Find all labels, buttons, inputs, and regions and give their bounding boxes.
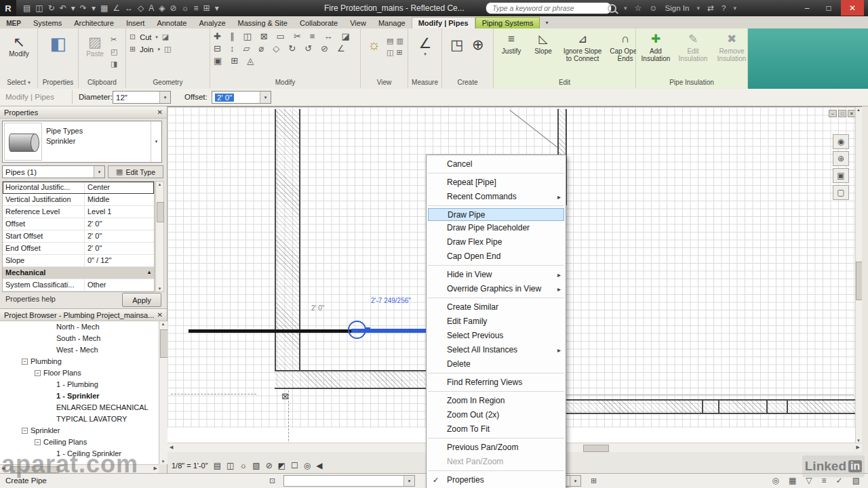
panel-label-select[interactable]: Select ▾ [0, 77, 37, 87]
ribbon-tab[interactable]: Modify | Pipes [412, 17, 475, 28]
favorites-star-icon[interactable]: ☆ [635, 3, 642, 13]
exchange-apps-icon[interactable]: ⇄ [707, 3, 714, 13]
scroll-up-icon[interactable]: ▲ [156, 182, 163, 186]
render-icon[interactable]: ◫ [387, 48, 393, 57]
split-face-icon[interactable]: ⊞ [130, 45, 136, 54]
add-insulation-button[interactable]: ✚ Add Insulation [640, 31, 671, 62]
print-icon[interactable]: ▦ [100, 0, 108, 16]
paste-button[interactable]: ▨ Paste [83, 34, 107, 58]
pan-left-icon[interactable]: ◀ [316, 461, 322, 470]
offset-caret-icon[interactable]: ▾ [260, 92, 271, 103]
context-menu-item[interactable]: ✓ Draw Flex Pipe ▸ [427, 235, 566, 249]
ribbon-tab[interactable]: Massing & Site [232, 18, 294, 28]
context-menu-item[interactable]: ✓ Next Pan/Zoom ▸ [427, 455, 566, 469]
cut-geometry-button[interactable]: Cut [140, 33, 151, 41]
tree-item[interactable]: − Ceiling Plans [0, 436, 159, 448]
property-row[interactable]: System Classificati... Other ▴ [3, 279, 154, 291]
browser-vertical-scrollbar[interactable]: ▲ ▼ [159, 321, 167, 464]
worksets-icon[interactable]: ◎ [772, 476, 779, 485]
create-duct-icon[interactable]: ◳ [450, 37, 464, 53]
context-menu-item[interactable]: ✓ Draw Pipe Placeholder ▸ [427, 221, 566, 235]
redo-icon[interactable]: ↷ [80, 0, 87, 16]
modify-tool-icon[interactable]: ↺ [304, 44, 312, 53]
paint-icon[interactable]: ◪ [162, 33, 169, 41]
reveal-hidden-icon[interactable]: ◎ [304, 461, 311, 470]
sun-path-icon[interactable]: ☼ [239, 461, 247, 470]
canvas-vertical-scrollbar[interactable]: ▲ ▼ [855, 107, 862, 443]
properties-palette-header[interactable]: Properties ✕ [0, 106, 167, 119]
tree-item[interactable]: − 1 - Sprinkler [0, 390, 159, 402]
tree-item[interactable]: − West - Mech [0, 344, 159, 356]
undo-icon[interactable]: ↶ [60, 0, 66, 16]
section-icon[interactable]: ⊘ [170, 0, 177, 16]
ribbon-tab[interactable]: Annotate [151, 18, 193, 28]
scroll-up-icon[interactable]: ▲ [159, 322, 167, 326]
tree-item[interactable]: − North - Mech [0, 321, 159, 333]
undo-caret-icon[interactable]: ▾ [71, 0, 75, 16]
zoom-tool-icon[interactable]: ⊕ [833, 151, 849, 166]
context-menu-item[interactable]: ✓ Cap Open End ▸ [427, 249, 566, 264]
ignore-slope-button[interactable]: ⊿ Ignore Slope to Connect [561, 31, 604, 62]
context-menu-item[interactable]: ✓ Draw Pipe ▸ [428, 208, 564, 221]
worksets-dropdown[interactable]: ▾ [283, 475, 415, 487]
pipe-endpoint-grip[interactable] [366, 327, 370, 332]
tree-item[interactable]: − TYPICAL LAVATORY [0, 413, 159, 425]
pipe-segment[interactable] [189, 329, 351, 333]
ribbon-tab[interactable]: Insert [120, 18, 151, 28]
sun-icon[interactable]: ☼ [182, 0, 189, 16]
diameter-caret-icon[interactable]: ▾ [159, 92, 170, 103]
modify-tool-icon[interactable]: ⊘ [321, 44, 328, 53]
dimension-icon[interactable]: ↔ [125, 0, 133, 16]
tree-collapse-icon[interactable]: − [22, 359, 28, 365]
selection-filter-caret-icon[interactable]: ▾ [94, 166, 104, 178]
context-menu-item[interactable]: ✓ Cancel ▸ [427, 157, 566, 171]
scroll-up-icon[interactable]: ▲ [856, 108, 861, 112]
exclude-options-icon[interactable]: ⊞ [591, 476, 597, 485]
modify-button[interactable]: ↖ Modify [5, 34, 33, 58]
hidden-lines-icon[interactable]: ▤ [387, 37, 393, 45]
nav-bar-option-icon[interactable]: ▣ [833, 168, 849, 183]
context-menu-item[interactable]: ✓ Select Previous ▸ [427, 329, 566, 343]
sign-in-caret-icon[interactable]: ▾ [696, 5, 700, 12]
worksets-caret-icon[interactable]: ▾ [403, 476, 414, 486]
context-menu-item[interactable]: ✓ Override Graphics in View ▸ [427, 282, 566, 296]
modify-tool-icon[interactable]: ▣ [214, 56, 222, 65]
window-restore-button[interactable]: □ [819, 0, 838, 16]
property-row[interactable]: System Type Other ▴ [3, 291, 154, 292]
view-restore-icon[interactable]: □ [838, 110, 846, 117]
type-selector-caret-icon[interactable]: ▾ [151, 121, 161, 162]
context-menu-item[interactable]: ✓ Properties ▸ [427, 473, 566, 487]
press-drag-icon[interactable]: ≡ [822, 476, 827, 485]
tag-icon[interactable]: ◇ [138, 0, 144, 16]
help-caret-icon[interactable]: ▾ [733, 5, 736, 12]
tree-item[interactable]: − Sprinkler [0, 425, 159, 436]
tree-collapse-icon[interactable]: − [35, 370, 41, 376]
filter-icon[interactable]: ▽ [806, 476, 812, 485]
switch-windows-caret-icon[interactable]: ▾ [215, 0, 219, 16]
tree-item[interactable]: − ENLARGED MECHANICAL [0, 402, 159, 413]
tree-item[interactable]: − Floor Plans [0, 367, 159, 379]
offset-dropdown[interactable]: 2' 0" ▾ [212, 91, 271, 104]
search-icon[interactable] [608, 4, 616, 13]
scrollbar-thumb[interactable] [157, 202, 164, 222]
modify-tool-icon[interactable]: ◪ [341, 32, 349, 41]
type-selector[interactable]: Pipe Types Sprinkler ▾ [2, 121, 162, 163]
wall-bottom-horizontal[interactable] [275, 370, 429, 389]
ribbon-tab[interactable]: Architecture [68, 18, 120, 28]
help-icon[interactable]: ? [722, 4, 726, 12]
ribbon-tab[interactable]: Collaborate [294, 18, 344, 28]
project-browser-header[interactable]: Project Browser - Plumbing Project_mains… [0, 309, 167, 321]
tree-item[interactable]: − 1 - Plumbing [0, 379, 159, 390]
project-browser-close-icon[interactable]: ✕ [157, 311, 163, 319]
window-close-button[interactable]: ✕ [841, 0, 864, 16]
edit-type-button[interactable]: ▦ Edit Type [108, 165, 163, 178]
modify-tool-icon[interactable]: ↕ [230, 44, 235, 53]
modify-tool-icon[interactable]: ◇ [273, 44, 279, 53]
ribbon-tab[interactable]: Manage [372, 18, 412, 28]
wall-right-horizontal[interactable] [566, 399, 855, 414]
join-geometry-button[interactable]: Join [140, 45, 153, 54]
context-menu-item[interactable]: ✓ Select All Instances ▸ [427, 343, 566, 357]
temporary-dimension-text[interactable]: 2'-7 249/256" [371, 297, 411, 304]
modify-tool-icon[interactable]: ▭ [277, 32, 285, 41]
open-icon[interactable]: ▤ [23, 0, 31, 16]
